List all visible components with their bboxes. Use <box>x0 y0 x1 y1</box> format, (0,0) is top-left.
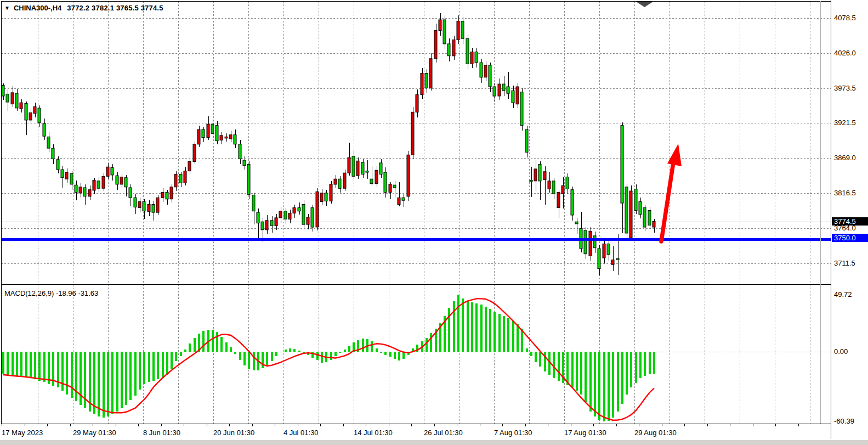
price-axis-label: 3711.5 <box>834 259 855 267</box>
symbol-dropdown-icon[interactable]: ▼ <box>4 5 10 11</box>
price-axis-label: 3921.5 <box>834 119 856 127</box>
price-axis-label: 3764.0 <box>834 224 856 232</box>
price-axis-label: 3816.5 <box>834 189 856 197</box>
support-line-price-tag: 3750.0 <box>832 234 868 242</box>
time-axis-label: 7 Aug 01:30 <box>494 429 532 437</box>
chart-window: ▼ CHINA300-,H4 3772.2 3782.1 3765.5 3774… <box>0 0 868 445</box>
time-axis-label: 29 Aug 01:30 <box>634 429 677 437</box>
symbol-period-label: CHINA300-,H4 <box>14 4 61 12</box>
time-axis-label: 26 Jul 01:30 <box>424 429 463 437</box>
window-bottom-strip <box>0 440 868 445</box>
chart-header: ▼ CHINA300-,H4 3772.2 3782.1 3765.5 3774… <box>4 3 163 13</box>
ohlc-quote-line: 3772.2 3782.1 3765.5 3774.5 <box>67 4 163 12</box>
macd-indicator-label: MACD(12,26,9) -18.96 -31.63 <box>4 289 98 297</box>
macd-axis-label: -60.39 <box>834 417 854 425</box>
time-axis-label: 29 May 01:30 <box>73 429 116 437</box>
macd-axis-label: 49.72 <box>834 290 852 298</box>
price-axis-label: 4078.5 <box>834 14 856 22</box>
chart-svg[interactable] <box>0 0 868 445</box>
macd-axis-label: 0.00 <box>834 347 848 356</box>
current-price-tag: 3774.5 <box>832 217 868 226</box>
time-axis-label: 17 May 2023 <box>2 429 43 437</box>
time-axis-label: 17 Aug 01:30 <box>564 429 606 437</box>
time-axis-label: 8 Jun 01:30 <box>143 429 180 437</box>
price-axis-label: 3973.5 <box>834 84 856 92</box>
time-axis-label: 4 Jul 01:30 <box>283 429 319 437</box>
time-axis-label: 20 Jun 01:30 <box>213 429 254 437</box>
price-axis-label: 3869.0 <box>834 154 856 162</box>
price-axis-label: 4026.0 <box>834 49 856 57</box>
time-axis-label: 14 Jul 01:30 <box>354 429 393 437</box>
